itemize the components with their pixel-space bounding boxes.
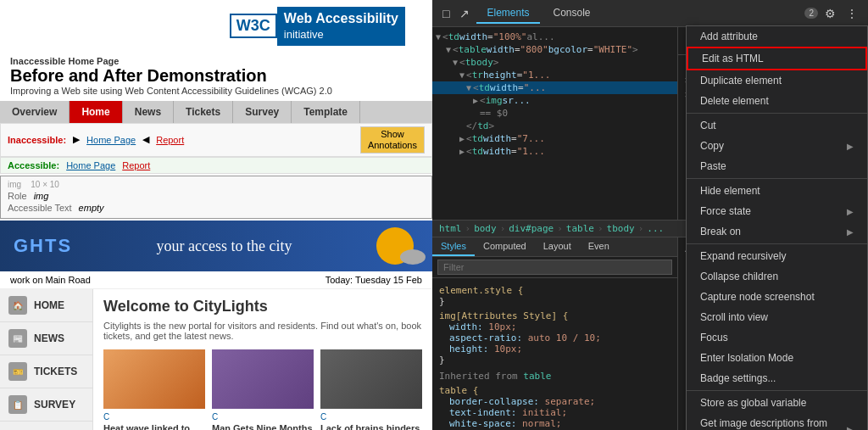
img-tooltip: img 10 × 10 Role img Accessible Text emp… xyxy=(0,176,432,219)
ctx-scroll-into-view[interactable]: Scroll into view xyxy=(687,307,867,327)
ctx-copy[interactable]: Copy ▶ xyxy=(687,136,867,156)
ctx-copy-arrow: ▶ xyxy=(847,142,854,151)
news-img-2 xyxy=(212,349,314,409)
nav-news[interactable]: News xyxy=(123,101,174,123)
ctx-image-desc-arrow: ▶ xyxy=(847,425,854,431)
ctx-badge-settings[interactable]: Badge settings... xyxy=(687,368,867,388)
ctx-separator-3 xyxy=(687,243,867,244)
news-grid: C Heat wave linked to temperatures C Man… xyxy=(103,349,422,430)
ctx-duplicate-element[interactable]: Duplicate element xyxy=(687,70,867,91)
devtools-panel: □ ↗ Elements Console 2 ⚙ ⋮ ▼ <td width="… xyxy=(432,0,868,430)
devtools-gear-icon[interactable]: ⚙ xyxy=(821,5,839,22)
ctx-capture[interactable]: Capture node screenshot xyxy=(687,287,867,307)
news-item-2: C Man Gets Nine Months in Violin Case xyxy=(212,349,314,430)
tree-arrow[interactable]: ▼ xyxy=(436,32,441,42)
css-aspect-prop: aspect-ratio: xyxy=(439,332,528,343)
styles-left: Styles Computed Layout Even element.styl… xyxy=(432,237,678,430)
nav-survey[interactable]: Survey xyxy=(233,101,292,123)
ctx-force-state[interactable]: Force state ▶ xyxy=(687,201,867,221)
filter-input[interactable] xyxy=(437,260,672,275)
ctx-add-attribute[interactable]: Add attribute xyxy=(687,26,867,47)
sidebar-nav: 🏠 HOME 📰 NEWS 🎫 TICKETS 📋 SURVEY xyxy=(0,289,93,430)
tree-arrow[interactable]: ▶ xyxy=(459,147,465,156)
w3c-logo: W3C xyxy=(230,14,277,38)
ctx-paste[interactable]: Paste xyxy=(687,156,867,176)
inaccessible-home-link[interactable]: Home Page xyxy=(86,135,136,145)
ctx-edit-as-html[interactable]: Edit as HTML xyxy=(687,47,867,70)
breadcrumb-html[interactable]: html xyxy=(439,223,462,234)
tree-line[interactable]: ▼ <table width="800" bgcolor="WHITE"> xyxy=(432,43,677,56)
breadcrumb-tbody[interactable]: tbody xyxy=(607,223,635,234)
devtools-more-icon[interactable]: ⋮ xyxy=(843,5,861,22)
nav-overview[interactable]: Overview xyxy=(0,101,70,123)
devtools-badge: 2 xyxy=(804,8,818,19)
sidebar-item-tickets[interactable]: 🎫 TICKETS xyxy=(0,355,92,388)
ctx-cut[interactable]: Cut xyxy=(687,115,867,136)
sidebar-item-home[interactable]: 🏠 HOME xyxy=(0,289,92,322)
news-item-1: C Heat wave linked to temperatures xyxy=(103,349,205,430)
tree-line[interactable]: ▼ <td width="100%" al... xyxy=(432,31,677,43)
sidebar-item-news[interactable]: 📰 NEWS xyxy=(0,322,92,355)
news-title-1: Heat wave linked to temperatures xyxy=(103,423,205,430)
ctx-focus[interactable]: Focus xyxy=(687,327,867,348)
tooltip-img-tag: img xyxy=(8,180,21,189)
inaccessible-label: Inaccessible Home Page xyxy=(10,56,422,66)
tree-arrow[interactable]: ▼ xyxy=(446,45,451,54)
tree-line[interactable]: </td> xyxy=(432,120,677,132)
breadcrumb-more[interactable]: ... xyxy=(647,223,664,234)
accessible-text-value: empty xyxy=(79,203,104,213)
ctx-enter-isolation[interactable]: Enter Isolation Mode xyxy=(687,348,867,368)
ctx-get-image-desc[interactable]: Get image descriptions from Google ▶ xyxy=(687,413,867,430)
w3c-initiative: Web Accessibility initiative xyxy=(277,7,405,46)
breadcrumb-divpage[interactable]: div#page xyxy=(509,223,554,234)
breadcrumb-body[interactable]: body xyxy=(474,223,497,234)
accessible-badge: Accessible: xyxy=(8,160,59,170)
ctx-delete-element[interactable]: Delete element xyxy=(687,91,867,111)
filter-bar xyxy=(432,257,677,278)
tree-line-selected[interactable]: ▼ <td width="... xyxy=(432,81,677,94)
accessible-report-link[interactable]: Report xyxy=(122,160,150,170)
welcome-title: Welcome to CityLights xyxy=(103,298,422,316)
tree-arrow[interactable]: ▼ xyxy=(453,58,458,67)
breadcrumb-table[interactable]: table xyxy=(566,223,594,234)
tree-line[interactable]: ▶ <td width="7... xyxy=(432,132,677,145)
news-img-1 xyxy=(103,349,205,409)
ctx-hide-element[interactable]: Hide element xyxy=(687,181,867,201)
devtools-tab-elements[interactable]: Elements xyxy=(476,3,539,24)
tree-arrow[interactable]: ▼ xyxy=(466,83,471,92)
nav-template[interactable]: Template xyxy=(292,101,360,123)
ctx-expand[interactable]: Expand recursively xyxy=(687,246,867,266)
weather-icon xyxy=(376,227,419,265)
ctx-collapse[interactable]: Collapse children xyxy=(687,266,867,287)
devtools-device-icon[interactable]: ↗ xyxy=(456,5,473,22)
tree-arrow[interactable]: ▼ xyxy=(459,70,465,80)
sidebar-item-survey[interactable]: 📋 SURVEY xyxy=(0,388,92,422)
show-annotations-btn[interactable]: ShowAnnotations xyxy=(360,126,425,154)
tree-line[interactable]: ▶ <img sr... xyxy=(432,94,677,107)
css-element-style: element.style { xyxy=(439,285,670,296)
city-banner: GHTS your access to the city xyxy=(0,221,432,271)
ctx-break-on[interactable]: Break on ▶ xyxy=(687,221,867,242)
content-area: 🏠 HOME 📰 NEWS 🎫 TICKETS 📋 SURVEY Welcome… xyxy=(0,289,432,430)
tree-arrow[interactable]: ▶ xyxy=(473,96,478,105)
tab-layout[interactable]: Layout xyxy=(535,237,580,256)
tab-event[interactable]: Even xyxy=(580,237,618,256)
devtools-tab-console[interactable]: Console xyxy=(543,3,601,24)
nav-home[interactable]: Home xyxy=(70,101,122,123)
tree-line[interactable]: ▶ <td width="1... xyxy=(432,145,677,158)
tree-line[interactable]: ▼ <tr height="1... xyxy=(432,69,677,81)
nav-bar: Overview Home News Tickets Survey Templa… xyxy=(0,101,432,123)
nav-tickets[interactable]: Tickets xyxy=(174,101,233,123)
devtools-inspect-icon[interactable]: □ xyxy=(439,5,453,22)
inaccessible-report-link[interactable]: Report xyxy=(156,135,184,145)
w3c-header: W3C Web Accessibility initiative xyxy=(0,0,432,53)
ctx-store-global[interactable]: Store as global variable xyxy=(687,393,867,413)
news-source-1: C xyxy=(103,412,205,422)
tab-styles[interactable]: Styles xyxy=(432,237,475,256)
tab-computed[interactable]: Computed xyxy=(475,237,535,256)
accessible-home-link[interactable]: Home Page xyxy=(66,160,115,170)
tree-line[interactable]: ▼ <tbody> xyxy=(432,56,677,69)
devtools-header: □ ↗ Elements Console 2 ⚙ ⋮ xyxy=(432,0,868,27)
tree-arrow[interactable]: ▶ xyxy=(459,134,465,143)
city-banner-text: your access to the city xyxy=(157,237,292,255)
